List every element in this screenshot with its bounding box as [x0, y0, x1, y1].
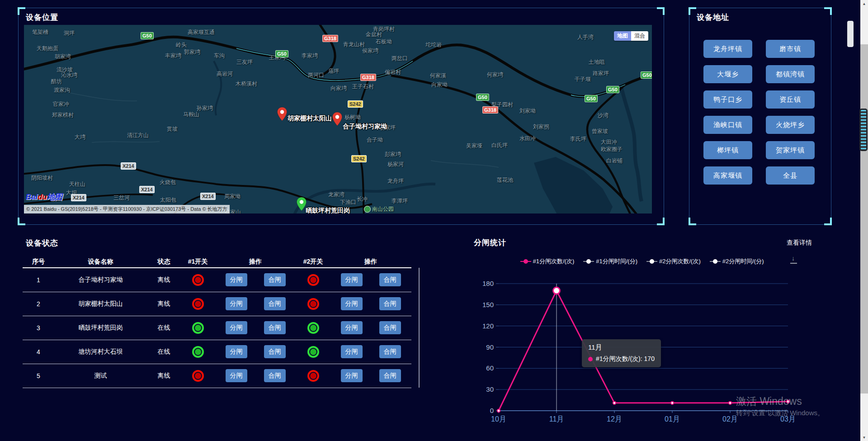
map-type-map-chip[interactable]: 地图 [614, 31, 631, 41]
close-switch2-button[interactable]: 合闸 [379, 273, 401, 286]
open-switch1-button[interactable]: 分闸 [226, 369, 247, 382]
legend-item[interactable]: #2分闸次数/(次) [646, 257, 701, 266]
address-button-都镇湾镇[interactable]: 都镇湾镇 [766, 65, 815, 83]
map-place-label: 合子坳 [367, 136, 383, 144]
scrollbar-up-arrow[interactable]: ▲ [860, 0, 868, 7]
switch2-cell [296, 346, 330, 358]
map-pin-icon[interactable] [277, 107, 288, 121]
dashboard-root: 设备位置 笔架槽洞坪天鹅抱蛋胡家湾流沙坡沁水塆醋坊渡家沟官家冲郑家榜村高家堰互 [0, 0, 868, 441]
table-header-cell: #1开关 [181, 258, 215, 266]
switch1-actions-cell: 分闸合闸 [215, 321, 296, 334]
address-button-高家堰镇[interactable]: 高家堰镇 [703, 166, 752, 185]
table-row: 5测试离线分闸合闸分闸合闸 [23, 364, 411, 388]
park-label: 南山公园 [372, 205, 394, 213]
open-switch2-button[interactable]: 分闸 [341, 297, 363, 310]
close-switch1-button[interactable]: 合闸 [264, 369, 286, 382]
corner-decoration [689, 218, 696, 225]
legend-item[interactable]: #2分闸时间/(分) [710, 257, 764, 266]
view-details-link[interactable]: 查看详情 [787, 239, 812, 247]
map-place-label: 高家堰互通 [188, 28, 215, 36]
close-switch2-button[interactable]: 合闸 [379, 321, 401, 334]
map-place-label: 何家塆 [487, 71, 503, 79]
switch2-actions-cell: 分闸合闸 [330, 321, 411, 334]
address-button-全县[interactable]: 全县 [766, 166, 815, 185]
map-place-label: 洞坪 [64, 29, 75, 37]
open-switch1-button[interactable]: 分闸 [226, 345, 247, 358]
open-switch2-button[interactable]: 分闸 [341, 321, 363, 334]
switch2-indicator-red [307, 274, 319, 286]
map-place-label: 李氏坪 [570, 135, 586, 143]
close-switch1-button[interactable]: 合闸 [264, 273, 286, 286]
close-switch2-button[interactable]: 合闸 [379, 369, 401, 382]
open-switch1-button[interactable]: 分闸 [226, 321, 247, 334]
close-switch1-button[interactable]: 合闸 [264, 345, 286, 358]
windows-activation-watermark-line1: 激活 Windows [736, 394, 802, 408]
switch2-actions-cell: 分闸合闸 [330, 297, 411, 310]
switch1-indicator-green [192, 322, 204, 334]
floating-tab[interactable] [847, 21, 854, 47]
corner-decoration [18, 218, 25, 225]
switch2-indicator-red [307, 298, 319, 310]
map-place-label: 丰家塆 [165, 52, 181, 60]
open-switch1-button[interactable]: 分闸 [226, 273, 247, 286]
legend-item[interactable]: #1分闸时间/(分) [583, 257, 637, 266]
legend-item[interactable]: #1分闸次数/(次) [520, 257, 575, 266]
svg-text:60: 60 [486, 364, 494, 372]
road-number-badge: G50 [641, 71, 652, 79]
open-switch1-button[interactable]: 分闸 [226, 297, 247, 310]
device-name-cell: 塘坊河村大石坝 [54, 348, 147, 356]
map-place-label: 太阳包 [160, 196, 176, 204]
row-index-cell: 2 [23, 300, 54, 308]
map-place-label: 三岔河 [113, 194, 130, 202]
road-number-badge: G318 [360, 74, 376, 81]
address-button-龙舟坪镇[interactable]: 龙舟坪镇 [703, 40, 752, 58]
switch1-actions-cell: 分闸合闸 [215, 297, 296, 310]
map-place-label: 醋坊 [51, 78, 62, 85]
map-place-label: 龙家湾 [328, 191, 344, 199]
address-button-磨市镇[interactable]: 磨市镇 [766, 40, 815, 58]
address-button-大堰乡[interactable]: 大堰乡 [703, 65, 752, 83]
address-button-榔坪镇[interactable]: 榔坪镇 [703, 141, 752, 159]
map-place-label: 三友坪 [236, 58, 253, 66]
open-switch2-button[interactable]: 分闸 [341, 345, 363, 358]
baidu-map[interactable]: 笔架槽洞坪天鹅抱蛋胡家湾流沙坡沁水塆醋坊渡家沟官家冲郑家榜村高家堰互通岭头郭家塆… [24, 25, 652, 213]
map-place-label: 杨家河 [387, 161, 404, 168]
address-button-火烧坪乡[interactable]: 火烧坪乡 [766, 116, 815, 134]
switch2-indicator-green [307, 346, 319, 358]
map-pin-icon[interactable] [332, 112, 343, 126]
table-header-cell: 操作 [330, 258, 411, 266]
open-switch2-button[interactable]: 分闸 [341, 273, 363, 286]
switch2-actions-cell: 分闸合闸 [330, 369, 411, 382]
map-place-label: 白岩铺 [606, 157, 623, 165]
address-button-渔峡口镇[interactable]: 渔峡口镇 [703, 116, 752, 134]
switch1-actions-cell: 分闸合闸 [215, 345, 296, 358]
device-status-cell: 在线 [147, 324, 181, 332]
address-button-贺家坪镇[interactable]: 贺家坪镇 [766, 141, 815, 159]
map-place-label: 庙坪 [328, 67, 339, 75]
map-place-label: 刘家坳 [519, 107, 536, 115]
stats-title: 分闸统计 [474, 237, 506, 248]
park-poi: 南山公园 [364, 205, 394, 213]
address-button-资丘镇[interactable]: 资丘镇 [766, 90, 815, 109]
legend-label: #2分闸次数/(次) [659, 257, 701, 266]
map-place-label: 笔架槽 [32, 28, 48, 36]
scrollbar-thumb[interactable] [860, 44, 868, 394]
scrollbar-widget[interactable] [859, 109, 868, 151]
address-button-鸭子口乡[interactable]: 鸭子口乡 [703, 90, 752, 109]
map-type-hybrid-chip[interactable]: 混合 [631, 31, 648, 41]
scrollbar-down-arrow[interactable]: ▼ [860, 434, 868, 441]
open-switch2-button[interactable]: 分闸 [341, 369, 363, 382]
map-place-label: 岭头 [176, 41, 187, 49]
map-place-label: 郑家榜村 [52, 111, 74, 119]
close-switch2-button[interactable]: 合闸 [379, 345, 401, 358]
legend-marker-icon [710, 259, 721, 264]
map-place-label: 长冲 [357, 195, 368, 203]
close-switch1-button[interactable]: 合闸 [264, 321, 286, 334]
page-scrollbar[interactable]: ▲ ▼ [860, 0, 868, 441]
table-row: 3晒鼓坪村荒田岗在线分闸合闸分闸合闸 [23, 316, 411, 340]
close-switch1-button[interactable]: 合闸 [264, 297, 286, 310]
close-switch2-button[interactable]: 合闸 [379, 297, 401, 310]
switch2-cell [296, 274, 330, 286]
switch1-actions-cell: 分闸合闸 [215, 369, 296, 382]
road-number-badge: S242 [351, 155, 367, 162]
